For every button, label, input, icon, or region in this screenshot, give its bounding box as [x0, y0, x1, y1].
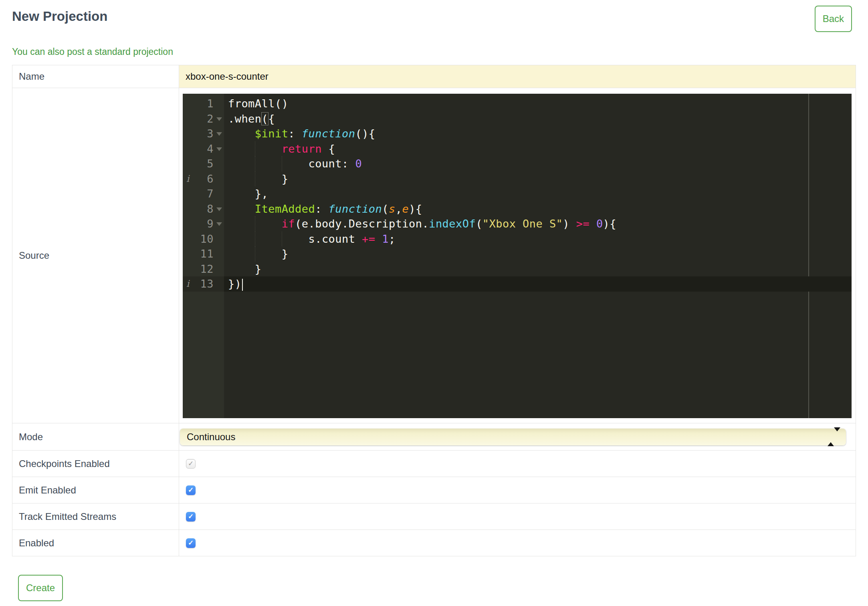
track-emitted-streams-cell: ✓ [179, 503, 856, 529]
code-line[interactable]: return { [224, 141, 852, 157]
gutter-line-number: 10 [183, 232, 224, 247]
code-line[interactable]: fromAll() [224, 96, 852, 111]
indent-guide [255, 141, 255, 157]
code-line[interactable]: }) [224, 276, 852, 292]
code-line[interactable]: .when({ [224, 111, 852, 127]
indent-guide [282, 156, 282, 171]
gutter-line-number: 9 [183, 216, 224, 232]
checkbox-emit-enabled[interactable]: ✓ [186, 485, 196, 495]
checkbox-enabled[interactable]: ✓ [186, 538, 196, 548]
code-line[interactable]: } [224, 171, 852, 187]
gutter-line-number: 5 [183, 156, 224, 171]
source-value-cell: 12345i6789101112i13 fromAll().when({ $in… [179, 88, 856, 423]
source-label: Source [12, 88, 179, 423]
mode-select[interactable]: Continuous [180, 429, 846, 445]
gutter-line-number: i6 [183, 171, 224, 187]
indent-guide [255, 246, 255, 262]
select-arrows-icon [828, 431, 840, 443]
editor-gutter[interactable]: 12345i6789101112i13 [183, 94, 224, 418]
code-line[interactable]: }, [224, 186, 852, 201]
fold-arrow-icon[interactable] [216, 147, 222, 151]
form-row-mode: Mode Continuous [12, 423, 856, 450]
gutter-line-number: 11 [183, 246, 224, 262]
form-row-emit-enabled: Emit Enabled ✓ [12, 477, 856, 503]
code-line[interactable]: } [224, 262, 852, 277]
info-annotation-icon: i [186, 171, 190, 187]
name-value-cell [179, 65, 856, 88]
indent-guide [255, 171, 255, 187]
indent-guide [282, 232, 282, 247]
back-button[interactable]: Back [815, 6, 852, 32]
gutter-line-number: 1 [183, 96, 224, 111]
checkbox-track-emitted-streams[interactable]: ✓ [186, 512, 196, 521]
code-line[interactable]: ItemAdded: function(s,e){ [224, 201, 852, 217]
gutter-line-number: 7 [183, 186, 224, 201]
indent-guide [255, 216, 255, 232]
gutter-line-number: i13 [183, 276, 224, 292]
info-annotation-icon: i [186, 276, 190, 292]
post-standard-projection-link[interactable]: You can also post a standard projection [12, 46, 173, 57]
form-row-track-emitted-streams: Track Emitted Streams ✓ [12, 503, 856, 529]
gutter-line-number: 2 [183, 111, 224, 127]
mode-label: Mode [12, 423, 179, 450]
fold-arrow-icon[interactable] [216, 207, 222, 211]
fold-arrow-icon[interactable] [216, 132, 222, 136]
code-line[interactable]: } [224, 246, 852, 262]
code-line[interactable]: s.count += 1; [224, 232, 852, 247]
form-row-name: Name [12, 65, 856, 88]
editor-code-area[interactable]: fromAll().when({ $init: function(){ retu… [224, 94, 852, 418]
form-row-checkpoints-enabled: Checkpoints Enabled ✓ [12, 450, 856, 477]
source-code-editor[interactable]: 12345i6789101112i13 fromAll().when({ $in… [183, 94, 852, 418]
checkpoints-enabled-label: Checkpoints Enabled [12, 451, 179, 477]
gutter-line-number: 3 [183, 126, 224, 141]
fold-arrow-icon[interactable] [216, 222, 222, 226]
enabled-cell: ✓ [179, 530, 856, 556]
enabled-label: Enabled [12, 530, 179, 556]
text-cursor [242, 279, 243, 291]
projection-form-table: Name Source 12345i6789101112i13 fromAll(… [12, 65, 856, 556]
gutter-line-number: 8 [183, 201, 224, 217]
name-input[interactable] [179, 65, 856, 88]
checkbox-checkpoints-enabled: ✓ [186, 459, 196, 469]
page-header: New Projection Back [12, 6, 856, 32]
indent-guide [255, 232, 255, 247]
track-emitted-streams-label: Track Emitted Streams [12, 503, 179, 529]
page-title: New Projection [12, 9, 107, 24]
code-line[interactable]: if(e.body.Description.indexOf("Xbox One … [224, 216, 852, 232]
form-row-source: Source 12345i6789101112i13 fromAll().whe… [12, 88, 856, 423]
emit-enabled-label: Emit Enabled [12, 477, 179, 503]
indent-guide [255, 156, 255, 171]
fold-arrow-icon[interactable] [216, 117, 222, 121]
form-row-enabled: Enabled ✓ [12, 529, 856, 556]
create-button[interactable]: Create [18, 575, 63, 601]
code-line[interactable]: $init: function(){ [224, 126, 852, 141]
mode-selected-value: Continuous [187, 431, 235, 443]
code-line[interactable]: count: 0 [224, 156, 852, 171]
new-projection-page: New Projection Back You can also post a … [0, 0, 868, 606]
checkpoints-enabled-cell: ✓ [179, 451, 856, 477]
gutter-line-number: 12 [183, 262, 224, 277]
name-label: Name [12, 65, 179, 88]
gutter-line-number: 4 [183, 141, 224, 157]
mode-value-cell: Continuous [179, 423, 856, 450]
emit-enabled-cell: ✓ [179, 477, 856, 503]
